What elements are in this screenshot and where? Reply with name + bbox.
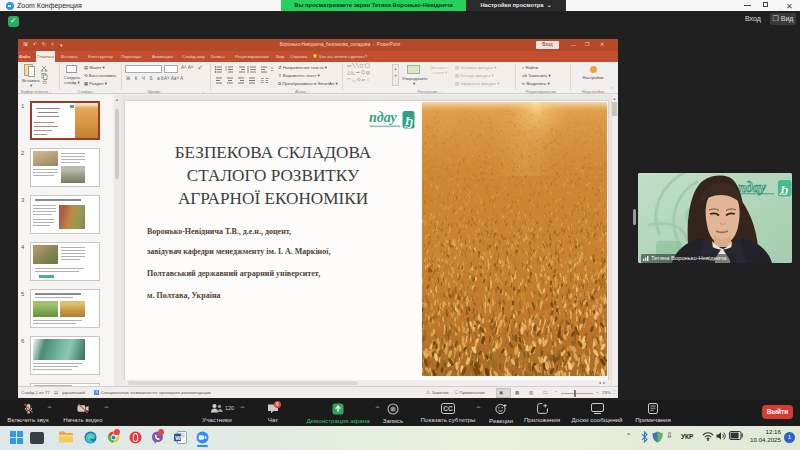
- svg-text:CC: CC: [443, 405, 453, 412]
- svg-text:Ϧ: Ϧ: [404, 115, 414, 128]
- svg-text:W: W: [175, 435, 181, 441]
- svg-text:пдау: пдау: [738, 180, 767, 195]
- svg-text:пдау: пдау: [369, 110, 398, 125]
- svg-text:Ϧ: Ϧ: [780, 183, 789, 195]
